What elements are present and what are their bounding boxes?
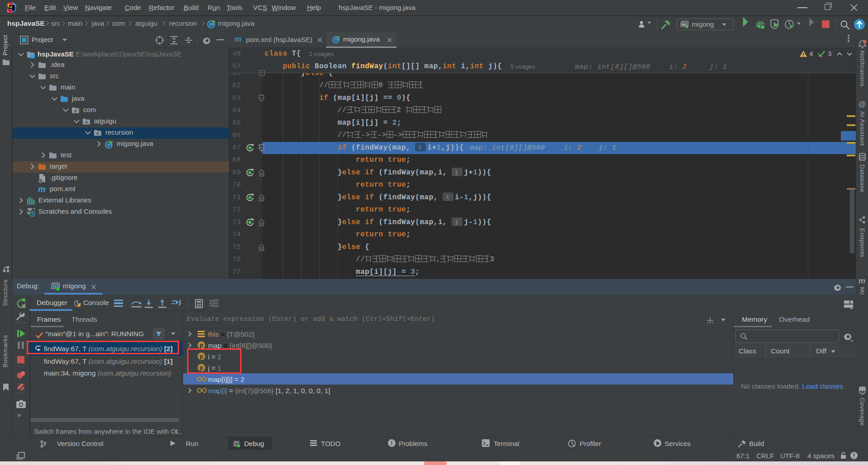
svg-text:IJ: IJ bbox=[10, 5, 13, 9]
